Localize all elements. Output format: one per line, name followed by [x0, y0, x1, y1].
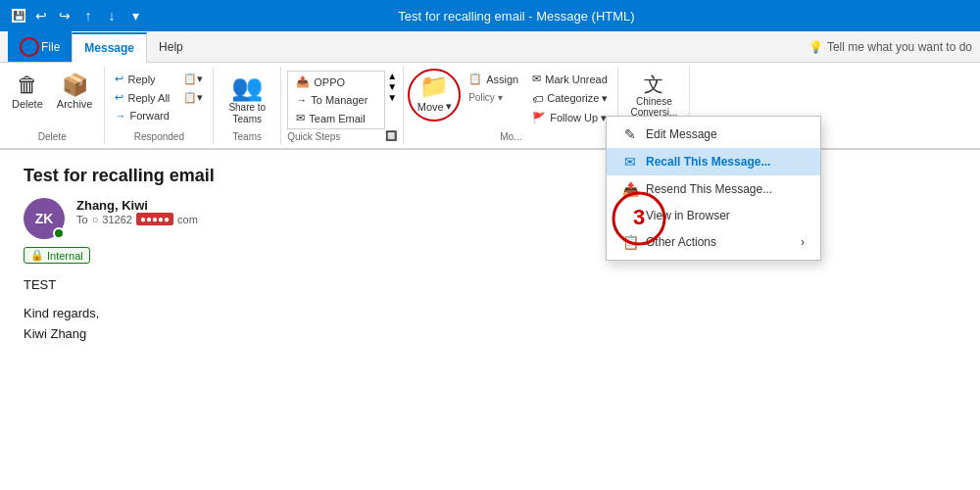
assign-policy-dropdown[interactable]: Policy ▾	[465, 90, 522, 105]
mark-unread-button[interactable]: ✉ Mark Unread	[528, 71, 612, 87]
oppo-step-button[interactable]: 📤 OPPO	[292, 74, 380, 90]
lightbulb-icon: 💡	[808, 40, 823, 54]
teams-icon: 👥	[231, 74, 263, 100]
delete-group-buttons: 🗑 Delete 📦 Archive	[6, 71, 98, 129]
categorize-icon: 🏷	[532, 93, 543, 105]
down-icon[interactable]: ↓	[104, 8, 120, 24]
other-actions-icon: 📋	[622, 234, 638, 250]
assign-policy-icon: 📋	[468, 73, 482, 85]
quick-steps-expand-icon[interactable]: 🔲	[385, 130, 397, 141]
assign-policy-button[interactable]: 📋 Assign	[465, 71, 522, 87]
forward-button[interactable]: → Forward	[111, 108, 173, 123]
share-to-teams-button[interactable]: 👥 Share toTeams	[220, 71, 274, 129]
window-title: Test for recalling email - Message (HTML…	[398, 9, 634, 24]
more-icon[interactable]: ▾	[127, 8, 143, 24]
chinese-icon: 文	[644, 74, 663, 94]
context-view-browser[interactable]: View in Browser	[607, 203, 820, 228]
respond-more-1[interactable]: 📋▾	[179, 71, 207, 87]
context-recall-message[interactable]: ✉ Recall This Message...	[607, 148, 820, 175]
quick-steps-more[interactable]: ▼	[387, 92, 397, 103]
edit-message-icon: ✎	[622, 126, 638, 142]
delete-icon: 🗑	[17, 74, 38, 96]
sender-info: Zhang, Kiwi To ○ 31262 ●●●●● com	[76, 198, 198, 225]
ribbon-group-teams: 👥 Share toTeams Teams	[214, 67, 281, 144]
sender-name: Zhang, Kiwi	[76, 198, 198, 213]
quick-steps-scroll-up[interactable]: ▲	[387, 71, 397, 81]
tab-file[interactable]: File	[8, 31, 72, 62]
to-manager-step-button[interactable]: → To Manager	[292, 92, 380, 108]
respond-more-2[interactable]: 📋▾	[179, 89, 207, 106]
move-group-label: Mo...	[410, 129, 612, 142]
move-dropdown-icon: ▾	[446, 100, 452, 113]
save-icon[interactable]: 💾	[12, 9, 25, 23]
ribbon-content: 🗑 Delete 📦 Archive Delete ↩ Reply ↩ Repl…	[0, 63, 980, 150]
redacted-email: ●●●●●	[136, 213, 173, 225]
ribbon-tabs: File Message Help 💡 Tell me what you wan…	[0, 31, 980, 63]
file-circle-annotation	[20, 37, 39, 57]
sender-avatar: ZK	[24, 198, 65, 239]
tab-message[interactable]: Message	[72, 32, 147, 63]
oppo-icon: 📤	[296, 75, 310, 88]
quick-steps-buttons: 📤 OPPO → To Manager ✉ Team Email ▲ ▼ ▼	[287, 71, 397, 129]
categorize-button[interactable]: 🏷 Categorize ▾	[528, 90, 612, 107]
title-bar: 💾 ↩ ↪ ↑ ↓ ▾ Test for recalling email - M…	[0, 0, 980, 31]
undo-icon[interactable]: ↩	[33, 8, 49, 24]
follow-up-icon: 🚩	[532, 112, 546, 124]
email-content: Test for recalling email ZK Zhang, Kiwi …	[0, 150, 980, 368]
quick-steps-scroll-down[interactable]: ▼	[387, 81, 397, 92]
other-actions-arrow: ›	[801, 235, 805, 249]
ribbon-group-quick-steps: 📤 OPPO → To Manager ✉ Team Email ▲ ▼ ▼ Q…	[281, 67, 404, 144]
respond-group-buttons: ↩ Reply ↩ Reply All → Forward 📋▾ 📋▾	[111, 71, 207, 129]
teams-group-label: Teams	[220, 129, 274, 142]
quick-steps-group-label: Quick Steps	[287, 129, 340, 142]
teams-group-buttons: 👥 Share toTeams	[220, 71, 274, 129]
forward-icon: →	[115, 110, 125, 122]
email-body-signature: Kind regards,Kiwi Zhang	[24, 304, 956, 345]
sender-to: To ○ 31262 ●●●●● com	[76, 213, 198, 225]
team-email-icon: ✉	[296, 112, 305, 124]
dropdown-icon-2: 📋▾	[183, 91, 203, 104]
up-icon[interactable]: ↑	[80, 8, 96, 24]
respond-group-label: Responded	[111, 129, 207, 142]
archive-icon: 📦	[62, 74, 88, 96]
archive-button[interactable]: 📦 Archive	[51, 71, 99, 114]
reply-all-button[interactable]: ↩ Reply All	[111, 89, 173, 106]
resend-icon: 📤	[622, 181, 638, 197]
quick-access-toolbar: 💾 ↩ ↪ ↑ ↓ ▾	[12, 8, 143, 24]
move-button[interactable]: 📁 Move ▾	[410, 71, 459, 117]
tab-help[interactable]: Help	[147, 31, 195, 62]
redo-icon[interactable]: ↪	[57, 8, 73, 24]
ribbon-group-delete: 🗑 Delete 📦 Archive Delete	[0, 67, 105, 144]
email-body-line-1: TEST	[24, 275, 956, 296]
team-email-step-button[interactable]: ✉ Team Email	[292, 110, 380, 126]
context-other-actions[interactable]: 📋 Other Actions ›	[607, 228, 820, 256]
dropdown-icon-1: 📋▾	[183, 73, 203, 85]
internal-icon: 🔒	[30, 249, 44, 262]
to-manager-icon: →	[296, 94, 307, 106]
online-status-badge	[53, 227, 65, 239]
move-icon: 📁	[419, 74, 449, 98]
email-body: TEST Kind regards,Kiwi Zhang	[24, 275, 956, 344]
chinese-conversion-button[interactable]: 文 ChineseConversi...	[624, 71, 683, 122]
email-main-area: Test for recalling email ZK Zhang, Kiwi …	[0, 150, 980, 368]
context-menu: ✎ Edit Message ✉ Recall This Message... …	[606, 116, 821, 261]
mark-unread-icon: ✉	[532, 73, 541, 85]
reply-all-icon: ↩	[115, 91, 123, 104]
follow-up-button[interactable]: 🚩 Follow Up ▾	[528, 110, 612, 126]
ribbon-group-respond: ↩ Reply ↩ Reply All → Forward 📋▾ 📋▾	[105, 67, 214, 144]
tell-me-bar[interactable]: 💡 Tell me what you want to do	[808, 40, 972, 54]
move-group-buttons: 📁 Move ▾ 📋 Assign Policy ▾ ✉	[410, 71, 612, 129]
reply-icon: ↩	[115, 73, 123, 85]
address-circle-icon: ○	[92, 214, 99, 225]
delete-button[interactable]: 🗑 Delete	[6, 71, 49, 114]
internal-badge: 🔒 Internal	[24, 247, 90, 264]
context-edit-message[interactable]: ✎ Edit Message	[607, 121, 820, 148]
recall-message-icon: ✉	[622, 154, 638, 170]
ribbon-group-move: 📁 Move ▾ 📋 Assign Policy ▾ ✉	[404, 67, 618, 144]
reply-button[interactable]: ↩ Reply	[111, 71, 173, 87]
context-resend-message[interactable]: 📤 Resend This Message...	[607, 175, 820, 203]
delete-group-label: Delete	[6, 129, 98, 142]
